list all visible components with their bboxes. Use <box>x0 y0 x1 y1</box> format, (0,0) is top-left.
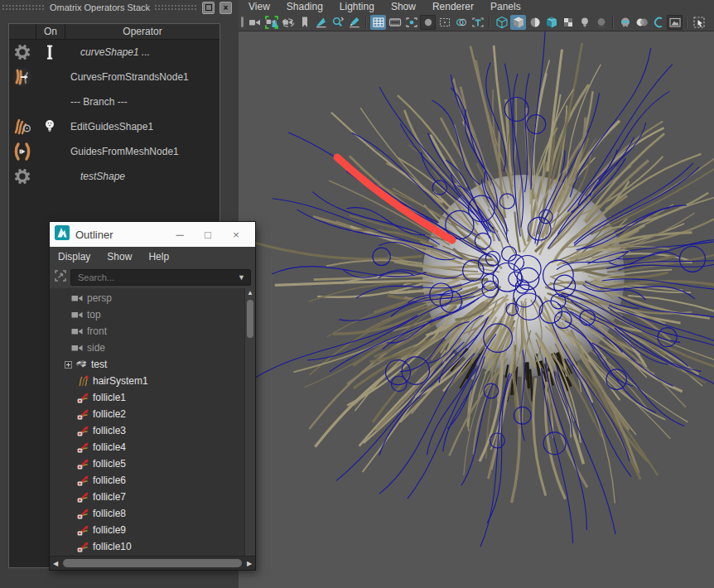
outliner-item-follicle4[interactable]: follicle4 <box>50 439 245 455</box>
film-gate-button[interactable] <box>387 15 403 30</box>
ambient-occlusion-button[interactable] <box>617 15 633 30</box>
vertical-scroll-handle[interactable] <box>247 300 253 338</box>
item-label: follicle5 <box>93 458 126 470</box>
outliner-item-top[interactable]: top <box>50 306 245 323</box>
gear-icon[interactable] <box>9 42 36 62</box>
outliner-titlebar[interactable]: Outliner ─ □ × <box>50 222 255 247</box>
bookmark-button[interactable] <box>297 15 312 30</box>
viewport-menu-shading[interactable]: Shading <box>278 1 331 12</box>
search-box[interactable]: ▼ <box>70 269 251 286</box>
outliner-item-follicle6[interactable]: follicle6 <box>50 472 245 489</box>
gate-mask-button[interactable] <box>420 15 436 30</box>
bulb-icon[interactable] <box>36 118 64 136</box>
viewport-menu-view[interactable]: View <box>240 1 278 12</box>
outliner-menu-show[interactable]: Show <box>99 251 140 263</box>
outliner-item-side[interactable]: side <box>50 340 245 356</box>
wireframe-icon <box>495 16 509 29</box>
viewport-canvas[interactable] <box>239 31 714 588</box>
outliner-item-follicle10[interactable]: follicle10 <box>50 538 245 555</box>
chevron-down-icon[interactable]: ▼ <box>238 273 245 282</box>
operator-row[interactable]: testShape <box>9 164 220 189</box>
viewport-menu-show[interactable]: Show <box>383 1 424 12</box>
pan-zoom-button[interactable] <box>330 15 345 30</box>
expand-icon[interactable] <box>65 361 72 369</box>
outliner-item-follicle2[interactable]: follicle2 <box>50 406 245 422</box>
camera-button[interactable] <box>247 15 263 30</box>
outliner-item-persp[interactable]: persp <box>50 290 245 306</box>
camera-lock-button[interactable] <box>263 15 279 30</box>
outliner-item-test[interactable]: test <box>50 356 245 373</box>
outliner-tree: persp top front side test hairSystem1 fo… <box>50 288 255 556</box>
dock-grip-left[interactable] <box>2 5 45 11</box>
scroll-up-icon[interactable]: ▲ <box>245 288 255 298</box>
operator-row[interactable]: --- Branch --- <box>9 89 220 114</box>
ibeam-icon[interactable] <box>36 42 64 62</box>
operator-row[interactable]: CurvesFromStrandsNode1 <box>9 65 220 89</box>
isolate-select-button[interactable] <box>691 15 707 30</box>
hand-edit-icon[interactable] <box>9 117 36 137</box>
grease-pencil-button[interactable] <box>346 15 362 30</box>
filter-icon[interactable] <box>54 269 67 286</box>
outliner-item-hairSystem1[interactable]: hairSystem1 <box>50 373 245 389</box>
outliner-item-follicle1[interactable]: follicle1 <box>50 389 245 406</box>
material-button[interactable] <box>527 15 543 30</box>
grease-pencil-icon <box>348 16 361 29</box>
resolution-gate-button[interactable] <box>403 15 419 30</box>
outliner-item-front[interactable]: front <box>50 323 245 340</box>
scroll-right-icon[interactable]: ▶ <box>244 560 255 567</box>
image-plane-2-button[interactable] <box>667 15 683 30</box>
operator-row[interactable]: curveShape1 ... <box>9 40 220 65</box>
outliner-item-follicle8[interactable]: follicle8 <box>50 505 245 522</box>
operators-stack-titlebar[interactable]: Omatrix Operators Stack × <box>0 0 234 15</box>
operator-row[interactable]: GuidesFromMeshNode1 <box>9 139 220 164</box>
bookmark-icon <box>298 16 311 29</box>
vertical-scrollbar[interactable]: ▲ <box>244 288 255 556</box>
camera-orbit-button[interactable] <box>280 15 296 30</box>
safe-title-button[interactable] <box>470 15 485 30</box>
operators-stack-title: Omatrix Operators Stack <box>50 2 150 12</box>
maximize-button[interactable]: □ <box>194 229 222 241</box>
safe-action-button[interactable] <box>453 15 469 30</box>
viewport-menu-lighting[interactable]: Lighting <box>331 1 383 12</box>
wireframe-button[interactable] <box>494 15 509 30</box>
image-plane-button[interactable] <box>313 15 329 30</box>
grid-button[interactable] <box>370 15 386 30</box>
dock-grip-right[interactable] <box>155 5 197 11</box>
search-input[interactable] <box>76 272 234 283</box>
image-plane-2-icon <box>668 16 682 29</box>
item-label: persp <box>87 292 112 304</box>
gear-icon[interactable] <box>9 166 36 186</box>
horizontal-scroll-handle[interactable] <box>63 559 242 567</box>
outliner-item-follicle5[interactable]: follicle5 <box>50 455 245 472</box>
outliner-item-follicle7[interactable]: follicle7 <box>50 489 245 505</box>
field-chart-button[interactable] <box>437 15 452 30</box>
shaded-button[interactable] <box>510 15 526 30</box>
toolbar-grip[interactable] <box>241 17 244 27</box>
horizontal-scroll-track[interactable] <box>61 559 244 567</box>
panel-restore-button[interactable] <box>202 2 215 14</box>
column-header-operator: Operator <box>65 24 220 39</box>
outliner-item-follicle9[interactable]: follicle9 <box>50 522 245 538</box>
operators-table-body: curveShape1 ... CurvesFromStrandsNode1--… <box>9 40 220 189</box>
outliner-menu-display[interactable]: Display <box>50 251 99 263</box>
close-button[interactable]: × <box>222 229 250 241</box>
outliner-menu-help[interactable]: Help <box>140 251 177 263</box>
motion-blur-icon <box>635 16 649 29</box>
textured-button[interactable] <box>543 15 559 30</box>
anti-aliasing-button[interactable] <box>650 15 666 30</box>
camera-orbit-icon <box>282 16 295 29</box>
hand-strands-icon[interactable] <box>9 67 36 87</box>
lights-button[interactable] <box>577 15 592 30</box>
scroll-left-icon[interactable]: ◀ <box>50 560 61 567</box>
panel-close-button[interactable]: × <box>220 2 232 14</box>
motion-blur-button[interactable] <box>634 15 649 30</box>
viewport-menu-renderer[interactable]: Renderer <box>424 1 482 12</box>
horizontal-scrollbar[interactable]: ◀ ▶ <box>50 556 255 570</box>
use-default-material-button[interactable] <box>560 15 576 30</box>
viewport-menu-panels[interactable]: Panels <box>482 1 529 12</box>
minimize-button[interactable]: ─ <box>166 229 194 241</box>
shadows-button[interactable] <box>593 15 609 30</box>
outliner-item-follicle3[interactable]: follicle3 <box>50 422 245 439</box>
guides-mesh-icon[interactable] <box>9 142 36 161</box>
operator-row[interactable]: EditGuidesShape1 <box>9 114 220 139</box>
